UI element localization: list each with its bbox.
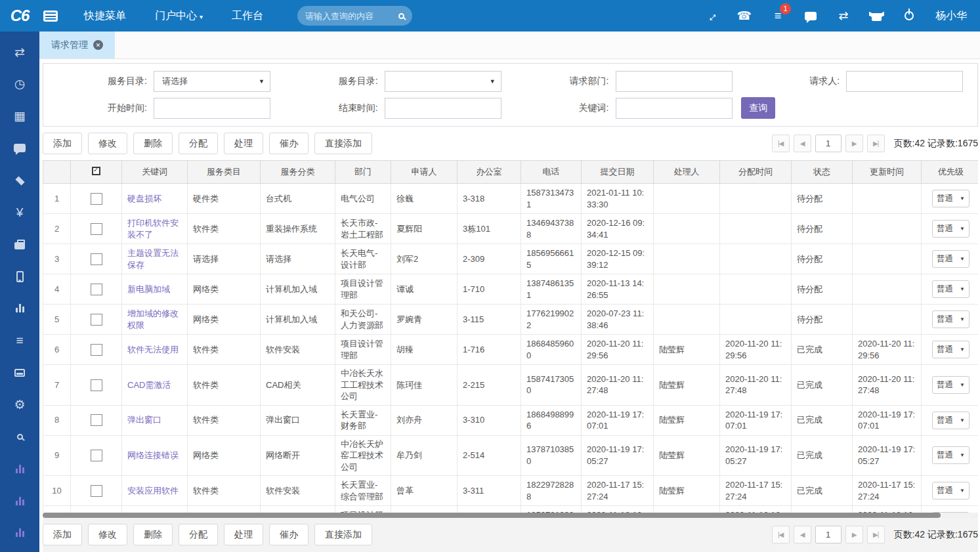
menu-toggle-icon[interactable] [43,11,58,22]
cell-handler: 陆莹辉 [654,405,720,435]
page-number-input[interactable] [815,135,842,152]
fullscreen-icon[interactable]: ↔ [701,6,721,26]
requester-input[interactable] [846,71,963,92]
theme-icon[interactable] [870,9,883,23]
nav-workbench[interactable]: 工作台 [232,9,263,23]
next-page-button[interactable]: ▶ [845,526,863,543]
priority-select[interactable]: 普通▼ [932,250,969,268]
current-user[interactable]: 杨小华 [935,9,967,23]
global-search-input[interactable] [305,11,398,21]
sidebar-item[interactable]: ⚙ [0,393,39,415]
request-department-input[interactable] [616,71,733,92]
keyword-input[interactable] [616,98,733,119]
table-row: 7CAD需激活软件类CAD相关中冶长天水工工程技术公司陈珂佳2-21515874… [43,365,979,406]
add-button[interactable]: 添加 [43,133,82,154]
phone-icon[interactable]: ☎ [737,9,752,23]
first-page-button[interactable]: |◀ [772,135,790,152]
end-time-input[interactable] [385,98,501,119]
assign-button[interactable]: 分配 [179,524,218,545]
tab-request-management[interactable]: 请求管理 ✕ [39,32,115,58]
row-checkbox[interactable] [91,344,102,356]
service-catalog-select[interactable]: 请选择▼ [154,71,270,92]
nav-quick-menu[interactable]: 快捷菜单 [84,9,126,23]
row-checkbox[interactable] [91,485,102,497]
urge-button[interactable]: 催办 [269,524,309,545]
priority-select[interactable]: 普通▼ [932,310,969,328]
logout-icon[interactable] [903,9,916,23]
direct-add-button[interactable]: 直接添加 [314,133,372,154]
sidebar-item[interactable] [0,169,39,191]
prev-page-button[interactable]: ◀ [794,135,811,152]
sidebar-item[interactable] [0,233,39,255]
process-button[interactable]: 处理 [224,524,263,545]
search-icon[interactable] [398,13,404,19]
row-checkbox[interactable] [91,284,102,295]
sidebar-item[interactable] [0,457,39,480]
sidebar-item[interactable]: ¥ [0,201,39,223]
priority-select[interactable]: 普通▼ [932,341,969,358]
sidebar-item[interactable] [0,522,39,544]
priority-select[interactable]: 普通▼ [932,190,969,207]
sidebar-item[interactable] [0,362,39,384]
next-page-button[interactable]: ▶ [845,135,863,152]
keyword-link[interactable]: 网络连接错误 [127,450,179,460]
priority-select[interactable]: 普通▼ [932,280,969,298]
keyword-link[interactable]: 软件无法使用 [127,345,179,354]
shuffle-icon[interactable]: ⇄ [837,9,850,23]
keyword-link[interactable]: 新电脑加域 [127,284,170,294]
service-catalog-select-2[interactable]: ▼ [385,71,501,92]
delete-button[interactable]: 删除 [133,524,173,545]
row-checkbox[interactable] [91,253,102,265]
priority-select[interactable]: 普通▼ [932,376,969,394]
query-button[interactable]: 查询 [741,97,775,119]
row-checkbox[interactable] [91,450,102,461]
sidebar-item[interactable]: ◷ [0,73,39,95]
priority-select[interactable]: 普通▼ [932,412,969,429]
last-page-button[interactable]: ▶| [867,135,885,152]
urge-button[interactable]: 催办 [269,133,309,154]
priority-select[interactable]: 普通▼ [932,446,969,464]
priority-select[interactable]: 普通▼ [932,220,969,238]
sidebar-item[interactable] [0,425,39,448]
horizontal-scrollbar[interactable] [43,513,978,518]
row-checkbox[interactable] [91,314,102,326]
keyword-link[interactable]: 主题设置无法保存 [127,248,179,270]
keyword-link[interactable]: 打印机软件安装不了 [127,218,179,240]
add-button[interactable]: 添加 [43,524,82,545]
last-page-button[interactable]: ▶| [867,526,885,543]
start-time-input[interactable] [154,98,270,119]
tasks-icon[interactable]: ≡1 [771,9,784,23]
modify-button[interactable]: 修改 [88,133,127,154]
prev-page-button[interactable]: ◀ [794,526,811,543]
keyword-link[interactable]: 安装应用软件 [127,486,179,496]
keyword-link[interactable]: 弹出窗口 [127,415,161,425]
assign-button[interactable]: 分配 [179,133,218,154]
sidebar-item[interactable] [0,137,39,159]
sidebar-item[interactable] [0,490,39,512]
keyword-link[interactable]: 硬盘损坏 [127,194,161,203]
delete-button[interactable]: 删除 [133,133,173,154]
row-checkbox[interactable] [91,379,102,391]
keyword-link[interactable]: 增加域的修改权限 [127,308,179,330]
first-page-button[interactable]: |◀ [772,526,790,543]
process-button[interactable]: 处理 [224,133,263,154]
sidebar-item[interactable] [0,297,39,320]
direct-add-button[interactable]: 直接添加 [314,524,372,545]
sidebar-item[interactable] [0,265,39,287]
scrollbar-thumb[interactable] [43,513,941,518]
row-checkbox[interactable] [91,223,102,235]
nav-portal-center[interactable]: 门户中心▾ [155,9,203,23]
modify-button[interactable]: 修改 [88,524,127,545]
global-search[interactable] [297,6,412,26]
message-icon[interactable] [804,9,817,23]
row-checkbox[interactable] [91,193,102,205]
select-all-icon[interactable] [92,167,100,175]
sidebar-item[interactable]: ≡ [0,329,39,352]
priority-select[interactable]: 普通▼ [932,482,969,499]
close-icon[interactable]: ✕ [93,40,103,50]
keyword-link[interactable]: CAD需激活 [127,380,171,390]
row-checkbox[interactable] [91,414,102,426]
sidebar-item[interactable]: ▦ [0,105,39,127]
page-number-input[interactable] [815,526,842,543]
sidebar-item[interactable]: ⇄ [0,41,39,63]
